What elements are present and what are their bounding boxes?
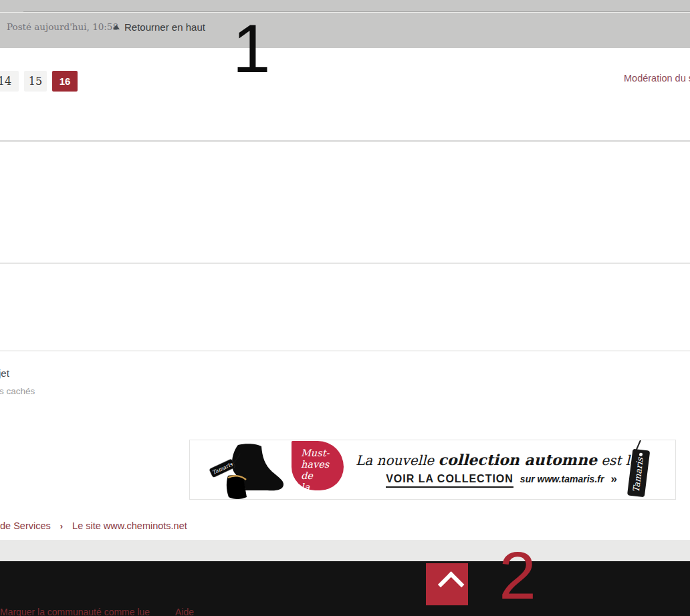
footer-links: Marquer la communauté comme lue Aide: [0, 607, 194, 616]
ad-banner-tamaris[interactable]: Tamaris Must- haves de la saison ! La no…: [189, 440, 676, 500]
breadcrumb: de Services › Le site www.cheminots.net: [0, 520, 187, 531]
ad-badge-line: la saison !: [301, 482, 344, 500]
content-divider: [0, 140, 690, 142]
post-footer-bar: Posté aujourd'hui, 10:58 Retourner en ha…: [0, 0, 690, 48]
ad-cta-suffix: sur www.tamaris.fr: [520, 474, 604, 484]
clipped-topic-link[interactable]: jet: [0, 367, 9, 379]
back-to-top-label: Retourner en haut: [124, 21, 205, 33]
ad-badge-line: Must-: [301, 448, 344, 459]
topic-moderation-link[interactable]: Modération du s: [624, 73, 690, 84]
chevron-right-icon: ›: [60, 521, 63, 531]
chevron-up-icon: [437, 571, 464, 598]
content-divider: [0, 350, 690, 351]
ad-headline: La nouvelle collection automne est là !: [356, 451, 647, 468]
pagination-page-15[interactable]: 15: [24, 71, 47, 92]
ad-cta-link[interactable]: VOIR LA COLLECTION: [386, 473, 513, 488]
boot-image: Tamaris: [209, 443, 289, 500]
tamaris-hang-tag: Tamaris: [615, 440, 662, 499]
mark-community-read-link[interactable]: Marquer la communauté comme lue: [0, 607, 150, 616]
breadcrumb-item-services[interactable]: de Services: [0, 520, 51, 531]
pagination-page-14[interactable]: 14: [0, 71, 19, 92]
post-divider-highlight: [0, 12, 690, 13]
forum-page: Posté aujourd'hui, 10:58 Retourner en ha…: [0, 0, 690, 616]
triangle-up-icon: [113, 25, 120, 29]
pagination-page-16-active[interactable]: 16: [52, 71, 78, 92]
content-divider: [0, 263, 690, 264]
scroll-to-top-button[interactable]: [426, 563, 468, 605]
ad-badge: Must- haves de la saison !: [292, 441, 344, 490]
breadcrumb-item-site[interactable]: Le site www.cheminots.net: [72, 520, 187, 531]
pre-footer-strip: [0, 540, 690, 561]
clipped-hidden-messages-text: s cachés: [0, 386, 35, 396]
post-timestamp: Posté aujourd'hui, 10:58: [7, 21, 118, 32]
help-link[interactable]: Aide: [175, 607, 194, 616]
ad-headline-prefix: La nouvelle: [356, 452, 439, 468]
ad-cta-row: VOIR LA COLLECTION sur www.tamaris.fr »: [356, 472, 647, 488]
ad-badge-line: haves de: [301, 459, 344, 482]
boot-tag: Tamaris: [209, 459, 235, 478]
ad-headline-bold: collection automne: [439, 451, 597, 468]
back-to-top-link[interactable]: Retourner en haut: [113, 21, 205, 33]
